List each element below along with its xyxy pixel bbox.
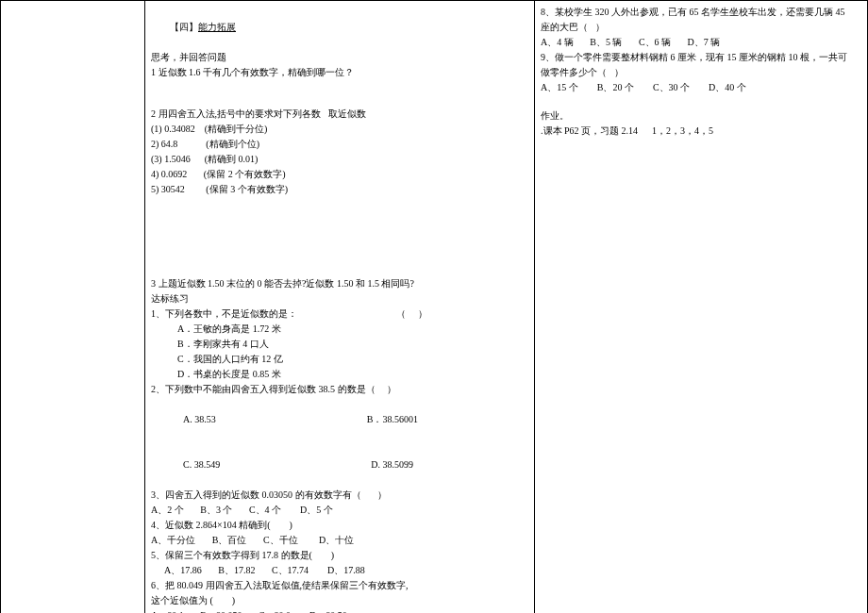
p9b: 做零件多少个（ ） [541, 65, 861, 80]
p2: 2、下列数中不能由四舍五入得到近似数 38.5 的数是（ ） [151, 382, 528, 397]
p1: 1、下列各数中，不是近似数的是： （ ） [151, 306, 528, 322]
dabiao: 达标练习 [151, 291, 528, 306]
section-bracket: 【四】 [170, 22, 198, 32]
p1-d: D．书桌的长度是 0.85 米 [151, 367, 528, 382]
gutter-cell [1, 1, 145, 614]
p2-row2: C. 38.549D. 38.5099 [151, 442, 528, 488]
p5: 5、保留三个有效数字得到 17.8 的数是( ) [151, 548, 528, 563]
p2-b: B．38.56001 [367, 412, 418, 427]
homework-label: 作业。 [541, 108, 861, 124]
p1-c: C．我国的人口约有 12 亿 [151, 352, 528, 367]
p4: 4、近似数 2.864×104 精确到( ) [151, 518, 528, 533]
p1-a: A．王敏的身高是 1.72 米 [151, 322, 528, 337]
homework-line: .课本 P62 页，习题 2.14 1，2，3，4，5 [541, 124, 861, 139]
p2-a: A. 38.53 [183, 414, 216, 424]
q2: 2 用四舍五入法,括号中的要求对下列各数 取近似数 [151, 107, 528, 122]
q1: 1 近似数 1.6 千有几个有效数字，精确到哪一位？ [151, 65, 528, 80]
p3-opts: A、2 个 B、3 个 C、4 个 D、5 个 [151, 503, 528, 518]
right-column: 8、某校学生 320 人外出参观，已有 65 名学生坐校车出发，还需要几辆 45… [535, 1, 868, 614]
q2-1: (1) 0.34082 (精确到千分位) [151, 122, 528, 137]
p9-opts: A、15 个 B、20 个 C、30 个 D、40 个 [541, 80, 861, 95]
q2-4: 4) 0.0692 (保留 2 个有效数字) [151, 167, 528, 182]
p6-opts: A、80.1 B、80.050 C、80.0 D、80.50 [151, 608, 528, 613]
think-prompt: 思考，并回答问题 [151, 50, 528, 65]
q2-2: 2) 64.8 (精确到个位) [151, 137, 528, 152]
p8b: 座的大巴（ ） [541, 20, 861, 35]
p6b: 这个近似值为 ( ) [151, 593, 528, 608]
p1-b: B．李刚家共有 4 口人 [151, 337, 528, 352]
left-column: 【四】能力拓展 思考，并回答问题 1 近似数 1.6 千有几个有效数字，精确到哪… [145, 1, 535, 614]
q2-3: (3) 1.5046 (精确到 0.01) [151, 152, 528, 167]
p4-opts: A、千分位 B、百位 C、千位 D、十位 [151, 533, 528, 548]
p9a: 9、做一个零件需要整材料钢精 6 厘米，现有 15 厘米的钢精 10 根，一共可 [541, 50, 861, 65]
q2-5: 5) 30542 (保留 3 个有效数字) [151, 182, 528, 197]
p8a: 8、某校学生 320 人外出参观，已有 65 名学生坐校车出发，还需要几辆 45 [541, 5, 861, 20]
p8-opts: A、4 辆 B、5 辆 C、6 辆 D、7 辆 [541, 35, 861, 50]
p6a: 6、把 80.049 用四舍五入法取近似值,使结果保留三个有效数字, [151, 578, 528, 593]
p3: 3、四舍五入得到的近似数 0.03050 的有效数字有（ ） [151, 488, 528, 503]
p5-opts: A、17.86 B、17.82 C、17.74 D、17.88 [151, 563, 528, 578]
section-header: 【四】能力拓展 [151, 5, 528, 50]
p2-d: D. 38.5099 [371, 457, 413, 472]
q3: 3 上题近似数 1.50 末位的 0 能否去掉?近似数 1.50 和 1.5 相… [151, 276, 528, 291]
p2-row1: A. 38.53B．38.56001 [151, 397, 528, 442]
section-title: 能力拓展 [198, 22, 236, 32]
p2-c: C. 38.549 [183, 459, 220, 470]
